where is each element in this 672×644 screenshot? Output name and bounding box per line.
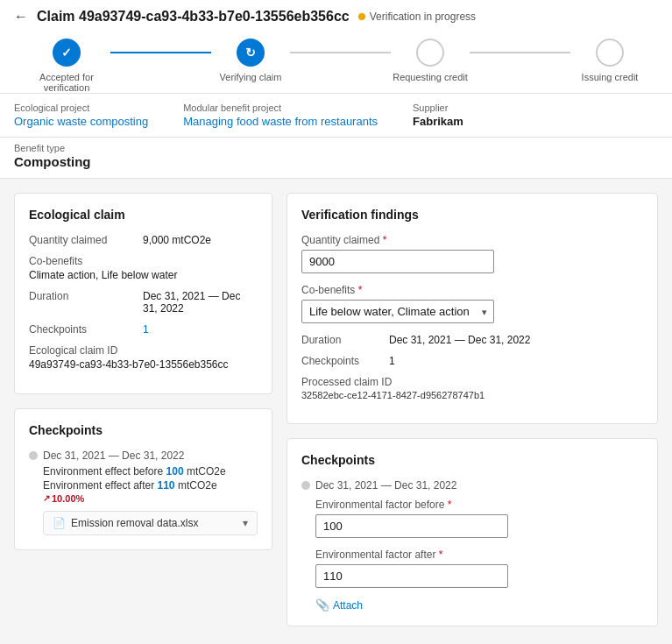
quantity-label: Quantity claimed: [29, 234, 143, 246]
claim-id-label: Ecological claim ID: [29, 344, 258, 357]
required-star-env-before: *: [448, 499, 452, 511]
ecological-project-label: Ecological project: [14, 103, 148, 113]
vf-processed-id-block: Processed claim ID 32582ebc-ce12-4171-84…: [301, 376, 643, 400]
checkpoints-left-card: Checkpoints Dec 31, 2021 — Dec 31, 2022 …: [14, 408, 272, 550]
checkpoints-left-title: Checkpoints: [29, 423, 258, 437]
step-accepted: ✓ Accepted for verification: [23, 39, 110, 93]
env-after-line: Environment effect after 110 mtCO2e ↗ 10…: [43, 479, 258, 504]
ecological-project-field: Ecological project Organic waste compost…: [14, 103, 148, 128]
cobenefits-block: Co-benefits Climate action, Life below w…: [29, 255, 258, 281]
quantity-row: Quantity claimed 9,000 mtCO2e: [29, 234, 258, 246]
file-name: 📄 Emission removal data.xlsx: [53, 517, 198, 529]
checkpoint-right-fields: Environmental factor before * Environmen…: [301, 499, 643, 612]
cobenefits-label: Co-benefits: [29, 255, 258, 267]
checkpoint-dot: [29, 451, 38, 460]
connector-3: [470, 52, 570, 53]
benefit-type-section: Benefit type Composting: [0, 138, 672, 179]
vf-processed-id-value: 32582ebc-ce12-4171-8427-d956278747b1: [301, 390, 643, 400]
env-before-label: Environmental factor before *: [315, 499, 643, 511]
env-before-field: Environmental factor before *: [315, 499, 643, 538]
step-label-issuing: Issuing credit: [582, 72, 639, 82]
vf-duration-value: Dec 31, 2021 — Dec 31, 2022: [389, 334, 530, 346]
cobenefits-value: Climate action, Life below water: [29, 269, 258, 281]
checkpoint-right-item: Dec 31, 2021 — Dec 31, 2022 Environmenta…: [301, 479, 643, 612]
step-circle-verifying: ↻: [237, 39, 265, 67]
right-panel: Verification findings Quantity claimed *…: [286, 193, 658, 640]
verification-findings-title: Verification findings: [301, 208, 643, 222]
stepper: ✓ Accepted for verification ↻ Verifying …: [14, 39, 658, 93]
back-button[interactable]: ←: [14, 9, 28, 25]
step-circle-issuing: [596, 39, 624, 67]
claim-id-value: 49a93749-ca93-4b33-b7e0-13556eb356cc: [29, 358, 258, 371]
env-change-badge: ↗ 10.00%: [43, 493, 84, 504]
duration-row: Duration Dec 31, 2021 — Dec 31, 2022: [29, 290, 258, 315]
ecological-claim-title: Ecological claim: [29, 208, 258, 222]
file-icon: 📄: [53, 517, 66, 529]
vf-quantity-label: Quantity claimed *: [301, 234, 643, 246]
status-badge: Verification in progress: [358, 11, 476, 23]
checkpoint-left-item: Dec 31, 2021 — Dec 31, 2022 Environment …: [29, 449, 258, 535]
vf-cobenefits-field: Co-benefits * Life below water, Climate …: [301, 284, 643, 323]
header: ← Claim 49a93749-ca93-4b33-b7e0-13556eb3…: [0, 0, 672, 94]
step-circle-accepted: ✓: [53, 39, 81, 67]
env-before-value: 100: [163, 465, 183, 478]
paperclip-icon: 📎: [315, 598, 329, 612]
env-before-line: Environment effect before 100 mtCO2e: [43, 465, 258, 478]
ecological-project-value[interactable]: Organic waste composting: [14, 115, 148, 128]
step-label-requesting: Requesting credit: [393, 72, 468, 82]
checkpoints-value: 1: [143, 323, 149, 336]
status-dot: [358, 13, 365, 20]
step-verifying: ↻ Verifying claim: [211, 39, 290, 82]
benefit-type-label: Benefit type: [14, 143, 65, 153]
verification-findings-card: Verification findings Quantity claimed *…: [286, 193, 658, 424]
checkpoints-row: Checkpoints 1: [29, 323, 258, 336]
env-after-label: Environmental factor after *: [315, 548, 643, 561]
duration-value: Dec 31, 2021 — Dec 31, 2022: [143, 290, 258, 315]
supplier-label: Supplier: [413, 103, 463, 113]
step-requesting: Requesting credit: [391, 39, 470, 82]
duration-label: Duration: [29, 290, 143, 302]
required-star-env-after: *: [439, 548, 443, 561]
env-after-value: 110: [154, 479, 174, 492]
connector-1: [110, 52, 211, 53]
vf-cobenefits-select[interactable]: Life below water, Climate action Climate…: [301, 300, 494, 323]
required-star: *: [383, 234, 387, 246]
left-panel: Ecological claim Quantity claimed 9,000 …: [14, 193, 272, 640]
vf-checkpoints-value: 1: [389, 355, 395, 367]
vf-duration-row: Duration Dec 31, 2021 — Dec 31, 2022: [301, 334, 643, 346]
refresh-icon: ↻: [245, 46, 256, 60]
checkpoints-right-card: Checkpoints Dec 31, 2021 — Dec 31, 2022 …: [286, 438, 658, 626]
vf-checkpoints-label: Checkpoints: [301, 355, 389, 367]
vf-cobenefits-select-wrapper: Life below water, Climate action Climate…: [301, 300, 494, 323]
vf-checkpoints-row: Checkpoints 1: [301, 355, 643, 367]
step-issuing: Issuing credit: [570, 39, 649, 82]
env-before-input[interactable]: [315, 514, 508, 538]
checkpoints-label: Checkpoints: [29, 323, 143, 336]
vf-quantity-field: Quantity claimed *: [301, 234, 643, 273]
claim-id: Claim 49a93749-ca93-4b33-b7e0-13556eb356…: [37, 9, 350, 25]
supplier-field: Supplier Fabrikam: [413, 103, 463, 128]
checkpoint-right-list: Dec 31, 2021 — Dec 31, 2022 Environmenta…: [301, 479, 643, 612]
attach-button[interactable]: 📎 Attach: [315, 598, 363, 612]
required-star-cobenefits: *: [358, 284, 363, 296]
supplier-value: Fabrikam: [413, 115, 463, 128]
modular-benefit-value[interactable]: Managing food waste from restaurants: [183, 115, 378, 128]
vf-duration-label: Duration: [301, 334, 389, 346]
benefit-type-value: Composting: [14, 154, 91, 169]
vf-processed-id-label: Processed claim ID: [301, 376, 643, 388]
env-after-input[interactable]: [315, 564, 508, 588]
file-attachment[interactable]: 📄 Emission removal data.xlsx ▾: [43, 511, 258, 535]
modular-benefit-field: Modular benefit project Managing food wa…: [183, 103, 378, 128]
ecological-claim-card: Ecological claim Quantity claimed 9,000 …: [14, 193, 272, 394]
checkpoint-left-details: Environment effect before 100 mtCO2e Env…: [29, 465, 258, 535]
project-info: Ecological project Organic waste compost…: [0, 94, 672, 138]
step-label-verifying: Verifying claim: [220, 72, 282, 82]
quantity-value: 9,000 mtCO2e: [143, 234, 211, 246]
chevron-down-icon: ▾: [243, 517, 248, 529]
status-label: Verification in progress: [370, 11, 476, 23]
checkpoint-left-date: Dec 31, 2021 — Dec 31, 2022: [29, 449, 258, 462]
header-top: ← Claim 49a93749-ca93-4b33-b7e0-13556eb3…: [14, 9, 658, 25]
step-circle-requesting: [416, 39, 444, 67]
vf-quantity-input[interactable]: [301, 250, 494, 273]
vf-cobenefits-label: Co-benefits *: [301, 284, 643, 296]
